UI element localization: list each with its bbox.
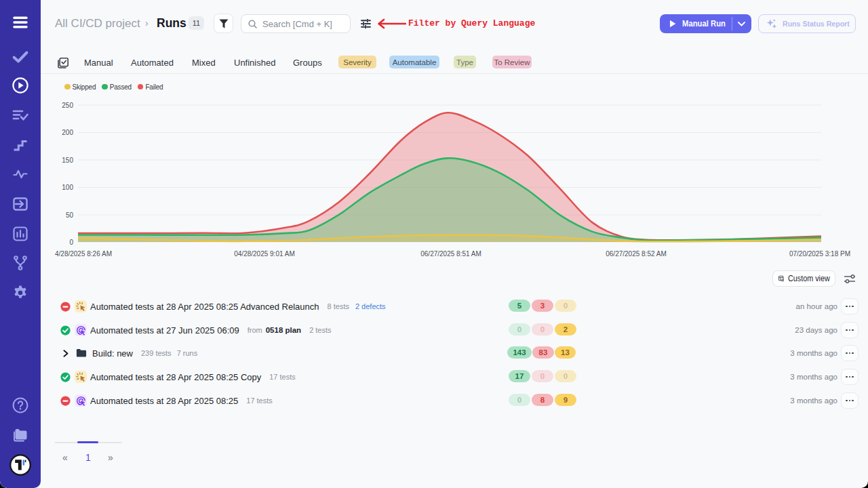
svg-text:150: 150 <box>62 157 73 164</box>
svg-text:100: 100 <box>62 184 73 191</box>
svg-text:06/27/2025 8:52 AM: 06/27/2025 8:52 AM <box>606 250 667 258</box>
svg-text:200: 200 <box>62 129 73 136</box>
svg-text:50: 50 <box>66 211 74 219</box>
svg-text:250: 250 <box>62 102 73 109</box>
svg-text:04/28/2025 9:01 AM: 04/28/2025 9:01 AM <box>234 250 295 258</box>
svg-text:4/28/2025 8:26 AM: 4/28/2025 8:26 AM <box>55 250 112 258</box>
svg-text:06/27/2025 8:51 AM: 06/27/2025 8:51 AM <box>420 250 481 258</box>
svg-text:0: 0 <box>69 239 73 246</box>
svg-text:07/20/2025 3:18 PM: 07/20/2025 3:18 PM <box>789 250 850 258</box>
